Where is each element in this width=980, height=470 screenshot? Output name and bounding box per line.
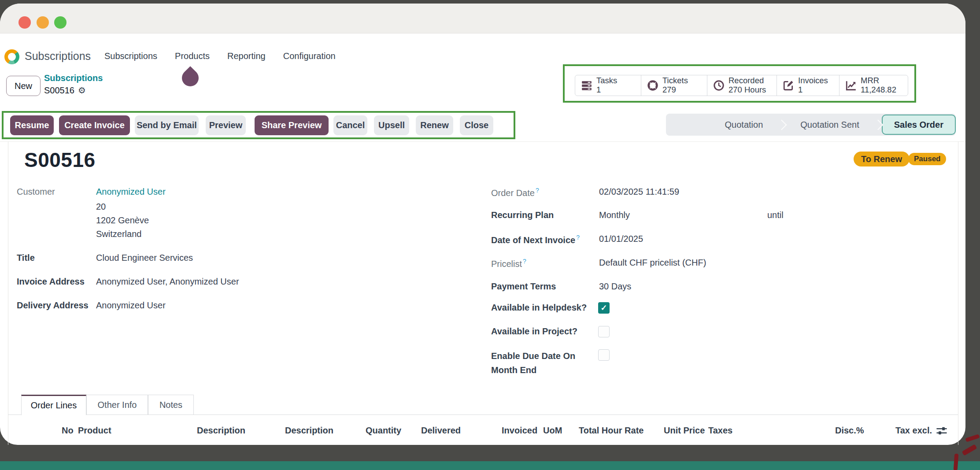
help-icon: ? [523,258,526,265]
customer-label: Customer [17,187,55,197]
tab-order-lines[interactable]: Order Lines [21,395,86,415]
menu-configuration[interactable]: Configuration [283,51,336,61]
title-label: Title [17,253,35,263]
title-value[interactable]: Cloud Engineer Services [96,253,193,263]
red-scribble-mark [962,444,977,456]
col-header-total-hour-rate[interactable]: Total Hour Rate [579,426,643,436]
to-renew-badge: To Renew [854,152,910,167]
col-header-product[interactable]: Product [78,426,111,436]
col-header-uom[interactable]: UoM [543,426,562,436]
col-header-description[interactable]: Description [197,426,245,436]
tab-notes[interactable]: Notes [148,395,194,415]
pricelist-value[interactable]: Default CHF pricelist (CHF) [599,258,706,268]
red-scribble-mark [965,434,980,442]
record-title: S00516 [24,148,96,172]
col-header-unit-price[interactable]: Unit Price [664,426,705,436]
help-icon: ? [536,187,539,194]
pricelist-label: Pricelist? [491,258,526,269]
breadcrumb-parent-link[interactable]: Subscriptions [44,73,103,83]
project-checkbox-label: Available in Project? [491,326,577,337]
recurring-plan-until: until [767,210,784,220]
customer-link[interactable]: Anonymized User [96,187,166,197]
status-step-quotation-sent[interactable]: Quotation Sent [785,120,874,130]
column-settings-sliders-icon[interactable] [936,425,948,437]
recurring-plan-label: Recurring Plan [491,210,554,220]
gear-icon[interactable]: ⚙ [78,85,86,96]
payment-terms-value[interactable]: 30 Days [599,281,631,292]
status-step-sales-order[interactable]: Sales Order [882,115,956,135]
next-invoice-value[interactable]: 01/01/2025 [599,234,643,244]
due-date-month-end-label: Enable Due Date On Month End [491,349,595,377]
breadcrumb: S00516 ⚙ [44,85,86,96]
col-header-tax-excl[interactable]: Tax excl. [895,426,932,436]
next-invoice-label: Date of Next Invoice? [491,234,580,245]
paused-badge: Paused [908,153,946,165]
new-button[interactable]: New [6,76,41,96]
col-header-delivered[interactable]: Delivered [421,426,461,436]
helpdesk-checkbox[interactable]: ✓ [598,302,610,314]
breadcrumb-current: S00516 [44,85,74,96]
col-header-invoiced[interactable]: Invoiced [502,426,537,436]
desktop-taskbar-strip [0,461,980,470]
status-step-quotation[interactable]: Quotation [710,120,778,130]
col-header-quantity[interactable]: Quantity [366,426,401,436]
order-date-value[interactable]: 02/03/2025 11:41:59 [599,187,679,197]
sheet-border-right [958,141,958,445]
delivery-address-label: Delivery Address [17,300,89,311]
subscriptions-app-icon[interactable] [4,49,19,64]
due-date-month-end-checkbox[interactable] [598,349,610,361]
invoice-address-value[interactable]: Anonymized User, Anonymized User [96,277,239,287]
help-icon: ? [576,234,580,241]
delivery-address-value[interactable]: Anonymized User [96,300,166,311]
statusbar: Quotation Quotation Sent Sales Order [666,114,956,136]
menu-reporting[interactable]: Reporting [227,51,266,61]
sheet-border-left [8,141,8,445]
customer-address-line: 20 [96,202,106,212]
customer-address-line: Switzerland [96,229,141,239]
maximize-window-button[interactable] [54,16,67,29]
window-titlebar [0,4,965,33]
check-icon: ✓ [600,303,607,313]
menu-products[interactable]: Products [175,51,210,61]
col-header-disc[interactable]: Disc.% [835,426,864,436]
col-header-description-2[interactable]: Description [285,426,333,436]
recurring-plan-value[interactable]: Monthly [599,210,630,220]
minimize-window-button[interactable] [37,16,49,29]
helpdesk-checkbox-label: Available in Helpdesk? [491,303,587,313]
tab-other-info[interactable]: Other Info [86,395,148,415]
invoice-address-label: Invoice Address [17,277,85,287]
order-date-label: Order Date? [491,187,539,198]
screenshot-stage: Subscriptions Subscriptions Products Rep… [0,0,980,470]
sheet-divider [0,141,965,142]
menu-subscriptions[interactable]: Subscriptions [104,51,157,61]
app-name: Subscriptions [25,50,91,63]
customer-address-line: 1202 Genève [96,215,149,226]
project-checkbox[interactable] [598,326,610,337]
payment-terms-label: Payment Terms [491,281,556,292]
col-header-no[interactable]: No [62,426,74,436]
annotation-box-action-buttons [2,111,515,139]
close-window-button[interactable] [18,16,31,29]
annotation-box-stat-buttons [563,64,916,103]
col-header-taxes[interactable]: Taxes [708,426,732,436]
app-menubar: Subscriptions Products Reporting Configu… [104,51,336,61]
